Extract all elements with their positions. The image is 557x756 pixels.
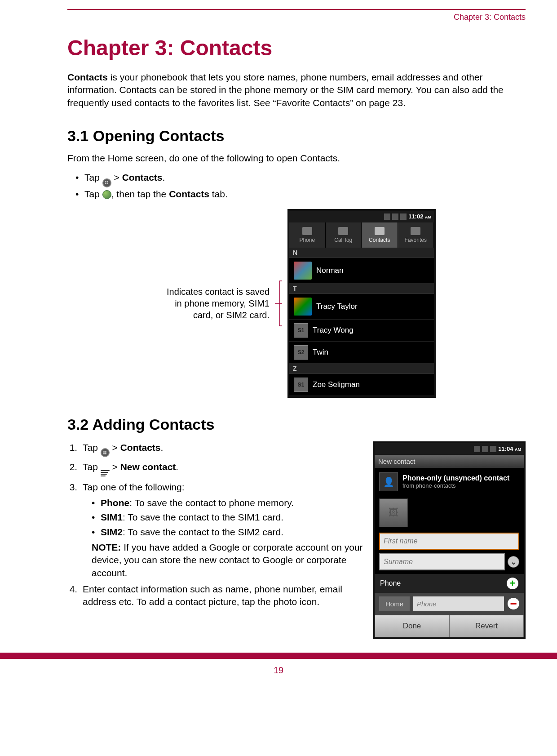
sim1-badge-icon: S1 <box>294 323 308 338</box>
contact-row-norman[interactable]: Norman <box>289 258 434 284</box>
contact-row-tracy-taylor[interactable]: Tracy Taylor <box>289 294 434 320</box>
section-3-1-title: 3.1 Opening Contacts <box>67 127 526 145</box>
first-name-input[interactable] <box>379 533 519 550</box>
phone-dial-icon <box>102 190 111 199</box>
signal-icon-3 <box>400 213 407 220</box>
note: NOTE: If you have added a Google or corp… <box>83 541 364 579</box>
section-letter-n: N <box>289 248 434 258</box>
revert-button[interactable]: Revert <box>449 615 524 637</box>
phone-type-select[interactable]: Home <box>379 596 410 611</box>
first-name-field[interactable] <box>379 533 519 550</box>
bullet-dial-contacts-tab: Tap , then tap the Contacts tab. <box>75 187 526 201</box>
contact-photo <box>294 262 312 280</box>
header-chapter-label: Chapter 3: Contacts <box>67 10 526 36</box>
section-letter-t: T <box>289 284 434 294</box>
page-number: 19 <box>0 659 557 689</box>
action-buttons: Done Revert <box>375 615 524 637</box>
tab-call-log[interactable]: Call log <box>326 222 362 248</box>
option-phone: Phone: To save the contact to phone memo… <box>92 497 364 509</box>
surname-field[interactable]: ⌄ <box>379 553 519 570</box>
add-phone-icon[interactable]: + <box>507 578 518 589</box>
option-sim2: SIM2: To save the contact to the SIM2 ca… <box>92 526 364 538</box>
phone-section-label: Phone + <box>375 574 524 593</box>
contacts-icon <box>375 227 385 235</box>
signal-icon <box>474 446 480 452</box>
contact-name: Tracy Wong <box>313 326 354 335</box>
signal-icon-2 <box>482 446 488 452</box>
contact-name: Twin <box>313 348 328 357</box>
status-time: 11:04 AM <box>498 445 521 452</box>
figure-contacts-list: Indicates contact is saved in phone memo… <box>67 209 526 398</box>
screenshot-contacts-list: 11:02 AM Phone Call log Contacts Favorit… <box>287 209 436 398</box>
step-4: Enter contact information such as name, … <box>80 583 364 609</box>
intro-rest: is your phonebook that lets you store na… <box>67 72 504 108</box>
status-bar: 11:04 AM <box>375 443 524 455</box>
star-icon <box>411 227 420 235</box>
step-2: Tap > New contact. <box>80 461 364 477</box>
done-button[interactable]: Done <box>375 615 449 637</box>
bullet-apps-contacts: Tap > Contacts. <box>75 171 526 187</box>
callout-storage-indicator: Indicates contact is saved in phone memo… <box>157 286 270 321</box>
apps-grid-icon <box>101 448 110 457</box>
status-bar: 11:02 AM <box>289 211 434 222</box>
section-letter-z: Z <box>289 364 434 374</box>
adding-steps: Tap > Contacts. Tap > New contact. Tap o… <box>67 441 364 609</box>
phone-number-input[interactable]: Phone <box>413 596 504 611</box>
sim2-badge-icon: S2 <box>294 345 308 360</box>
account-type-title: Phone-only (unsynced) contact <box>402 474 509 482</box>
contact-name: Zoe Seligman <box>313 380 360 389</box>
signal-icon <box>384 213 390 220</box>
step-3: Tap one of the following: Phone: To save… <box>80 481 364 579</box>
top-tabs: Phone Call log Contacts Favorites <box>289 222 434 248</box>
contact-row-twin[interactable]: S2 Twin <box>289 342 434 364</box>
callout-connector <box>275 276 282 330</box>
status-time: 11:02 AM <box>408 213 431 220</box>
log-icon <box>338 227 348 235</box>
remove-phone-icon[interactable]: − <box>508 598 519 609</box>
footer-rule <box>0 653 557 659</box>
apps-grid-icon <box>102 178 111 187</box>
contact-type-icon: 👤 <box>379 472 398 491</box>
section-3-1-lead: From the Home screen, do one of the foll… <box>67 153 526 164</box>
chapter-title: Chapter 3: Contacts <box>67 36 526 60</box>
contact-name: Norman <box>316 266 343 275</box>
intro-paragraph: Contacts is your phonebook that lets you… <box>67 71 526 109</box>
tab-favorites[interactable]: Favorites <box>398 222 434 248</box>
screenshot-new-contact: 11:04 AM New contact 👤 Phone-only (unsyn… <box>373 441 526 639</box>
contact-photo-slot[interactable]: 🖼 <box>379 498 408 527</box>
signal-icon-2 <box>392 213 398 220</box>
tab-phone[interactable]: Phone <box>289 222 326 248</box>
phone-entry-row: Home Phone − <box>375 593 524 615</box>
clock-icon <box>302 227 312 235</box>
account-type-row[interactable]: 👤 Phone-only (unsynced) contact from pho… <box>375 468 524 496</box>
step-1: Tap > Contacts. <box>80 441 364 458</box>
expand-name-icon[interactable]: ⌄ <box>508 556 519 568</box>
intro-bold: Contacts <box>67 72 108 82</box>
contact-name: Tracy Taylor <box>316 302 358 311</box>
sim1-badge-icon: S1 <box>294 378 308 392</box>
tab-contacts[interactable]: Contacts <box>362 222 398 248</box>
contact-row-tracy-wong[interactable]: S1 Tracy Wong <box>289 320 434 342</box>
contact-row-zoe[interactable]: S1 Zoe Seligman <box>289 374 434 396</box>
contact-photo <box>294 298 312 316</box>
storage-options: Phone: To save the contact to phone memo… <box>83 497 364 538</box>
surname-input[interactable] <box>379 553 505 570</box>
account-type-sub: from phone-contacts <box>402 482 509 489</box>
screen-title: New contact <box>375 455 524 468</box>
section-3-2-title: 3.2 Adding Contacts <box>67 416 526 433</box>
option-sim1: SIM1: To save the contact to the SIM1 ca… <box>92 511 364 524</box>
menu-icon <box>101 469 110 477</box>
opening-bullets: Tap > Contacts. Tap , then tap the Conta… <box>67 171 526 201</box>
signal-icon-3 <box>490 446 496 452</box>
